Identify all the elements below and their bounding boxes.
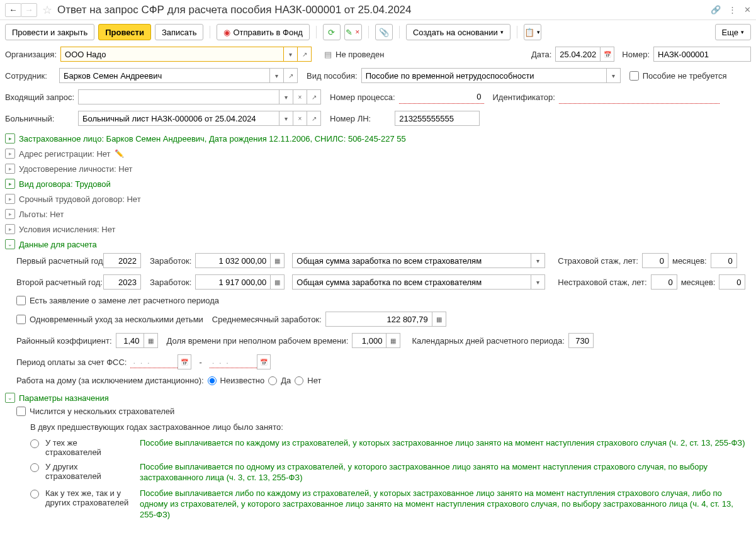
opt-both-desc: Пособие выплачивается либо по каждому из… — [140, 488, 751, 521]
parttime-calc-button[interactable]: ▦ — [386, 333, 400, 348]
process-input[interactable] — [399, 90, 484, 104]
avg-monthly-input[interactable] — [325, 312, 432, 327]
favorite-star-icon[interactable]: ☆ — [42, 3, 52, 17]
expand-params[interactable]: ⌄ — [5, 393, 15, 403]
attach-button[interactable]: 📎 — [375, 24, 393, 40]
opt-both-radio[interactable] — [30, 490, 39, 498]
home-label: Работа на дому (за исключением дистанцио… — [16, 376, 204, 385]
org-dropdown-button[interactable]: ▾ — [284, 47, 298, 62]
opt-same-label: У тех же страхователей — [45, 438, 133, 457]
date-label: Дата: — [531, 50, 551, 59]
expand-contract[interactable]: ▸ — [5, 179, 15, 189]
benefit-not-needed-checkbox[interactable] — [629, 71, 639, 81]
more-button[interactable]: Еще ▾ — [715, 24, 751, 40]
incoming-clear-button[interactable]: × — [293, 89, 307, 104]
avg-monthly-calc-button[interactable]: ▦ — [432, 312, 446, 327]
earn1-input[interactable] — [195, 253, 271, 268]
sicklist-label: Больничный: — [5, 114, 74, 123]
number-input[interactable] — [653, 47, 751, 62]
year1-input[interactable] — [103, 253, 141, 268]
send-to-fund-button[interactable]: ◉Отправить в Фонд — [217, 24, 309, 40]
close-icon[interactable]: ✕ — [744, 5, 751, 14]
date-input[interactable] — [555, 47, 601, 62]
save-button[interactable]: Записать — [155, 24, 204, 40]
home-yes-radio[interactable] — [268, 376, 277, 385]
multi-insurers-checkbox[interactable] — [16, 407, 26, 416]
coef-input[interactable] — [116, 333, 144, 348]
org-open-button[interactable]: ↗ — [298, 47, 312, 62]
fss-to-input[interactable] — [210, 354, 257, 368]
post-button[interactable]: Провести — [98, 24, 151, 40]
section-contract: Вид договора: Трудовой — [19, 179, 111, 189]
earn2-type-input[interactable] — [292, 274, 531, 290]
sicklist-open-button[interactable]: ↗ — [307, 111, 321, 126]
expand-address[interactable]: ▸ — [5, 149, 15, 159]
year2-input[interactable] — [103, 274, 141, 290]
identifier-input[interactable] — [559, 90, 719, 104]
earn1-type-input[interactable] — [292, 253, 531, 268]
opt-same-desc: Пособие выплачивается по каждому из стра… — [140, 438, 751, 449]
days-input[interactable] — [568, 333, 594, 348]
home-no-radio[interactable] — [295, 376, 303, 385]
date-picker-button[interactable]: 📅 — [601, 47, 614, 62]
earn2-type-dropdown[interactable]: ▾ — [531, 274, 545, 290]
org-input[interactable] — [60, 47, 284, 62]
ln-input[interactable] — [395, 111, 480, 126]
nav-back-button[interactable]: ← — [5, 3, 21, 17]
post-and-close-button[interactable]: Провести и закрыть — [5, 24, 94, 40]
expand-calcdata[interactable]: ⌄ — [5, 239, 15, 249]
benefit-type-input[interactable] — [361, 68, 607, 83]
nonins-years-input[interactable] — [651, 274, 677, 290]
kebab-menu-icon[interactable]: ⋮ — [728, 5, 736, 14]
replace-years-checkbox[interactable] — [16, 296, 26, 305]
section-address: Адрес регистрации: Нет — [19, 149, 111, 159]
fss-from-input[interactable] — [130, 354, 178, 368]
parttime-label: Доля времени при неполном рабочем времен… — [167, 336, 349, 346]
ins-stage-months-input[interactable] — [711, 253, 737, 268]
pencil-icon[interactable]: ✏️ — [115, 149, 124, 158]
sicklist-input[interactable] — [78, 111, 279, 126]
parttime-input[interactable] — [352, 333, 386, 348]
home-yes-label: Да — [281, 376, 291, 385]
two-years-label: В двух предшествующих годах застрахованн… — [30, 422, 751, 432]
expand-identity[interactable]: ▸ — [5, 164, 15, 174]
earn2-calc-button[interactable]: ▦ — [271, 274, 285, 290]
ins-stage-years-input[interactable] — [642, 253, 669, 268]
create-based-on-button[interactable]: Создать на основании ▾ — [406, 24, 511, 40]
fss-from-picker[interactable]: 📅 — [178, 354, 191, 369]
incoming-open-button[interactable]: ↗ — [307, 89, 321, 104]
clear-button[interactable]: ✎✕ — [344, 24, 362, 40]
home-unknown-label: Неизвестно — [220, 376, 265, 385]
nav-forward-button[interactable]: → — [21, 3, 37, 17]
earn1-type-dropdown[interactable]: ▾ — [531, 253, 545, 268]
multi-children-checkbox[interactable] — [16, 315, 26, 324]
opt-same-radio[interactable] — [30, 439, 39, 448]
expand-urgent[interactable]: ▸ — [5, 194, 15, 204]
opt-other-radio[interactable] — [30, 463, 39, 472]
pencil-icon: ▤ — [324, 50, 332, 59]
earn1-calc-button[interactable]: ▦ — [271, 253, 285, 268]
earn2-input[interactable] — [195, 274, 271, 290]
expand-insured[interactable]: ▸ — [5, 133, 15, 144]
section-identity: Удостоверение личности: Нет — [19, 164, 132, 174]
coef-calc-button[interactable]: ▦ — [144, 333, 158, 348]
refresh-button[interactable]: ⟳ — [323, 24, 341, 40]
nonins-months-input[interactable] — [719, 274, 745, 290]
benefit-type-dropdown-button[interactable]: ▾ — [607, 68, 621, 83]
incoming-input[interactable] — [78, 89, 279, 104]
expand-conditions[interactable]: ▸ — [5, 224, 15, 234]
employee-open-button[interactable]: ↗ — [284, 68, 298, 83]
link-icon[interactable]: 🔗 — [711, 5, 721, 14]
days-label: Календарных дней расчетного периода: — [412, 336, 565, 346]
print-button[interactable]: 📋▾ — [524, 24, 541, 40]
sicklist-clear-button[interactable]: × — [293, 111, 307, 126]
incoming-dropdown-button[interactable]: ▾ — [279, 89, 293, 104]
fss-to-picker[interactable]: 📅 — [257, 354, 271, 369]
toolbar: Провести и закрыть Провести Записать ◉От… — [0, 20, 756, 44]
employee-dropdown-button[interactable]: ▾ — [270, 68, 284, 83]
home-unknown-radio[interactable] — [208, 376, 217, 385]
expand-benefits[interactable]: ▸ — [5, 209, 15, 219]
identifier-label: Идентификатор: — [493, 93, 555, 102]
employee-input[interactable] — [59, 68, 270, 83]
sicklist-dropdown-button[interactable]: ▾ — [279, 111, 293, 126]
